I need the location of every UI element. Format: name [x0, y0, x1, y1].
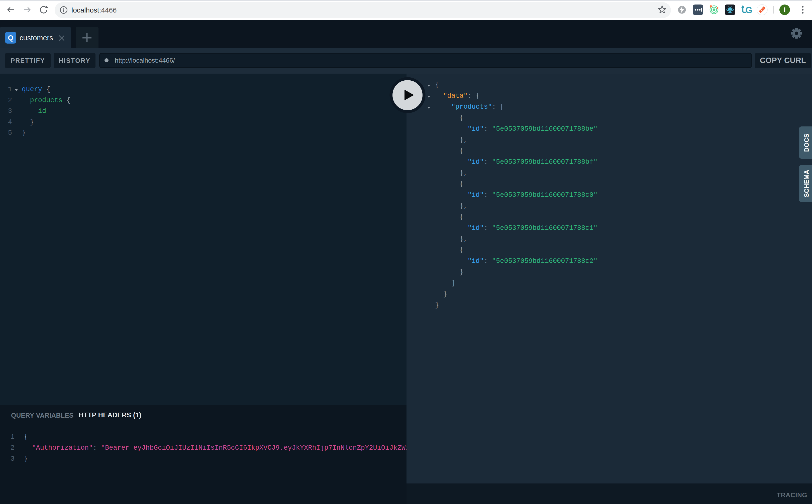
svg-text:G: G — [745, 5, 752, 15]
